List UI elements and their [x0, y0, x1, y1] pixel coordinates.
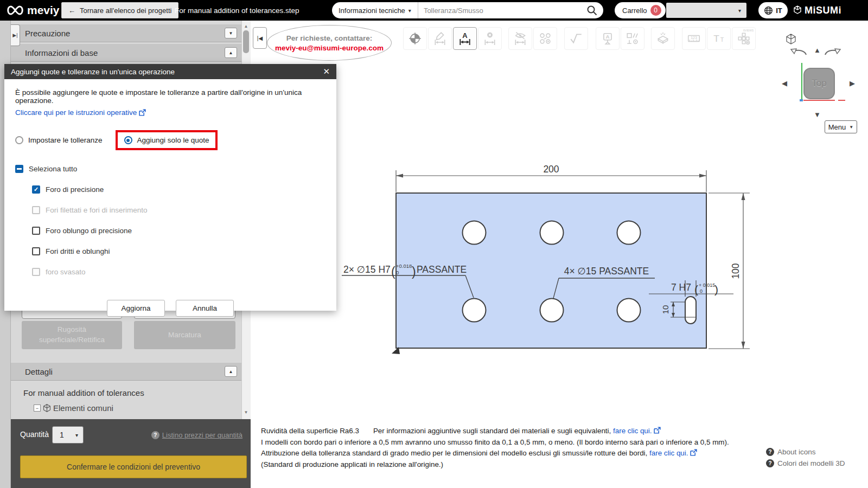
- toolbar-button-delete-dimension[interactable]: [478, 27, 502, 50]
- rotate-left-step-icon[interactable]: ◀: [782, 80, 787, 87]
- checkbox-fori-filettati: Fori filettati e fori di inserimento: [32, 206, 326, 214]
- svg-text:A: A: [462, 31, 468, 40]
- toolbar-button-tolerance-check[interactable]: [564, 27, 588, 50]
- toolbar-button-hide-dimension[interactable]: [508, 27, 532, 50]
- model-colors-link[interactable]: ? Colori dei modelli 3D: [766, 459, 845, 467]
- part-name: For manual addition of tolerances: [23, 388, 144, 397]
- search-category-label: Informazioni tecniche: [339, 7, 405, 15]
- help-icon: ?: [151, 431, 159, 439]
- contact-email[interactable]: meviy-eu@misumi-europe.com: [275, 44, 384, 52]
- search-category-dropdown[interactable]: Informazioni tecniche ▾: [332, 2, 418, 18]
- toolbar-button-chamfer-stamp[interactable]: [651, 27, 675, 50]
- scroll-down-icon[interactable]: ▼: [241, 408, 251, 416]
- text-size-icon: T T: [712, 31, 726, 46]
- search-input[interactable]: [418, 7, 586, 15]
- axis-x-red: [803, 100, 835, 101]
- meviy-logo[interactable]: meviy: [5, 0, 60, 21]
- rotate-left-icon[interactable]: [789, 45, 808, 58]
- price-list-link[interactable]: ? Listino prezzi per quantità: [0, 431, 242, 439]
- geometric-tolerance-icon: [626, 31, 640, 46]
- tree-collapse-icon[interactable]: −: [34, 404, 41, 412]
- note-link-3[interactable]: fare clic qui.: [649, 449, 688, 457]
- toolbar-button-datum-target[interactable]: [403, 27, 427, 50]
- toolbar-button-scale-ruler[interactable]: 123: [682, 27, 706, 50]
- top-bar: meviy ← Tornare all'elenco dei progetti …: [0, 0, 868, 21]
- radio-impostare-tolleranze[interactable]: Impostare le tolleranze: [15, 136, 103, 144]
- view-menu-button[interactable]: Menu ▼: [825, 120, 857, 133]
- close-icon[interactable]: ✕: [323, 67, 330, 76]
- checkbox-fori-dritti[interactable]: Fori dritti e oblunghi: [32, 247, 326, 255]
- toolbar-button-auto-dimension[interactable]: A: [453, 27, 477, 50]
- external-link-icon[interactable]: [654, 427, 661, 434]
- note-link-1[interactable]: fare clic qui.: [613, 427, 652, 435]
- chamfer-stamp-icon: [656, 31, 670, 46]
- dimension-height[interactable]: [709, 193, 750, 349]
- cart-button[interactable]: Carrello 0: [615, 2, 666, 18]
- about-icons-link[interactable]: ? About icons: [766, 448, 845, 456]
- scroll-up-icon[interactable]: ▲: [241, 22, 251, 30]
- rotate-right-icon[interactable]: [824, 45, 842, 58]
- section-informazioni-di-base[interactable]: Informazioni di base ▲: [11, 43, 241, 62]
- search-icon[interactable]: [586, 4, 598, 16]
- cube-icon: [42, 403, 52, 413]
- section-dettagli[interactable]: Dettagli ▲: [11, 362, 241, 381]
- six-views-icon: [737, 31, 751, 46]
- radio-aggiungi-solo-quote[interactable]: Aggiungi solo le quote: [124, 136, 209, 144]
- dialog-body: È possibile aggiungere le quote e impost…: [4, 79, 336, 317]
- scrollbar-thumb[interactable]: [243, 30, 249, 53]
- instructions-link[interactable]: Cliccare qui per le istruzioni operative: [15, 108, 326, 117]
- checkbox-foro-di-precisione[interactable]: ✓ Foro di precisione: [32, 185, 326, 194]
- paren: ): [412, 265, 416, 279]
- paren: (: [694, 283, 698, 296]
- select-all-checkbox[interactable]: Seleziona tutto: [15, 165, 326, 173]
- confirm-quote-button[interactable]: Confermare le condizioni del preventivo: [20, 455, 247, 478]
- view-cube-top-face[interactable]: Top: [803, 68, 835, 99]
- rotate-right-step-icon[interactable]: ▶: [850, 80, 855, 87]
- logo-text: meviy: [27, 4, 60, 17]
- toolbar-button-geometric-tolerance[interactable]: [621, 27, 644, 50]
- marcatura-label: Marcatura: [168, 330, 201, 341]
- checkbox-label: Foro di precisione: [46, 185, 104, 194]
- view-cube-icon[interactable]: [786, 34, 796, 44]
- checkbox-label: foro svasato: [46, 268, 86, 276]
- collapse-button[interactable]: ▲: [225, 47, 237, 58]
- rugosita-button[interactable]: Rugosità superficiale/Rettifica: [22, 321, 122, 349]
- confirm-label: Confermare le condizioni del preventivo: [67, 463, 200, 471]
- delete-dimension-icon: [483, 31, 497, 46]
- hide-dimension-icon: [513, 31, 527, 46]
- header-select[interactable]: ▾: [666, 3, 746, 18]
- toolbar-button-datum-symbol[interactable]: A: [596, 27, 620, 50]
- canvas-collapse-handle[interactable]: |◀: [253, 27, 267, 49]
- dim-height-text: 100: [730, 263, 741, 279]
- radio-label: Aggiungi solo le quote: [137, 136, 209, 144]
- external-link-icon[interactable]: [690, 449, 697, 456]
- infinity-icon: [5, 4, 25, 16]
- checkbox-foro-oblungo[interactable]: Foro oblungo di precisione: [32, 227, 326, 235]
- rotate-up-icon[interactable]: ▲: [814, 47, 821, 54]
- collapse-button[interactable]: ▲: [225, 366, 237, 377]
- dialog-buttons: Aggiorna Annulla: [15, 300, 326, 317]
- tree-item-label: Elementi comuni: [53, 403, 113, 413]
- cart-count-badge: 0: [650, 5, 661, 16]
- back-to-projects-button[interactable]: ← Tornare all'elenco dei progetti: [61, 2, 178, 18]
- cancel-button[interactable]: Annulla: [176, 300, 234, 317]
- section-label: Informazioni di base: [25, 48, 98, 57]
- menu-label: Menu: [828, 123, 846, 131]
- marcatura-button[interactable]: Marcatura: [134, 321, 235, 349]
- rotate-down-icon[interactable]: ▼: [814, 111, 821, 118]
- checkbox-label: Foro oblungo di precisione: [46, 227, 132, 235]
- tree-item-elementi-comuni[interactable]: − Elementi comuni: [34, 403, 113, 413]
- toolbar-button-text-size[interactable]: T T: [707, 27, 731, 50]
- toolbar-button-six-views[interactable]: 6VIEWS: [732, 27, 756, 50]
- model-colors-label: Colori dei modelli 3D: [777, 459, 845, 467]
- sidebar-expand-handle[interactable]: ▶|: [11, 24, 20, 46]
- update-button[interactable]: Aggiorna: [107, 300, 165, 317]
- toolbar-button-hole-group[interactable]: [533, 27, 557, 50]
- axis-y-green: [801, 63, 802, 100]
- language-button[interactable]: IT: [758, 2, 788, 18]
- section-precauzione[interactable]: Precauzione ▼: [11, 24, 241, 42]
- collapse-button[interactable]: ▼: [225, 28, 237, 38]
- toolbar-button-edit-dimension[interactable]: [428, 27, 452, 50]
- edit-dimension-icon: [433, 31, 447, 46]
- cad-drawing[interactable]: 200 100 2× ∅15 H7 ( +0.018 0 ) PASSANTE …: [336, 155, 765, 361]
